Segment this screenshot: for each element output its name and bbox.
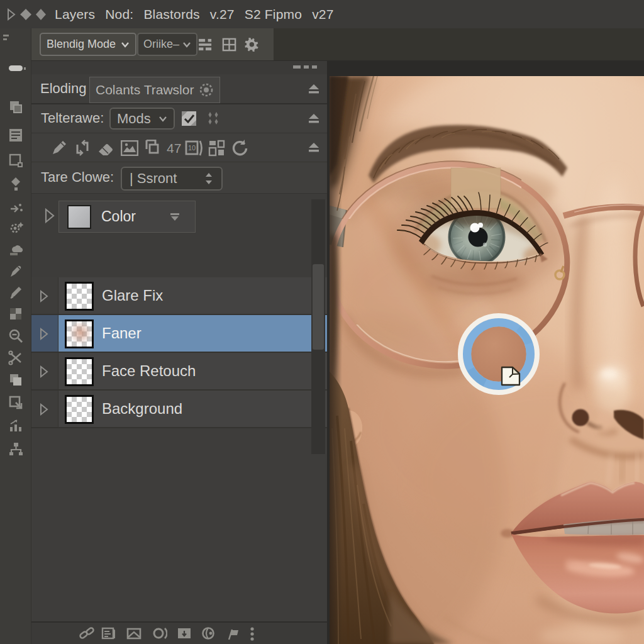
layer-thumbnail[interactable] [65, 357, 94, 386]
tree-icon[interactable] [8, 441, 25, 458]
image-icon[interactable] [121, 140, 138, 156]
menu-item-v27b[interactable]: v27 [312, 7, 333, 22]
frame-icon[interactable] [8, 153, 25, 169]
mail-icon[interactable] [126, 626, 142, 643]
bracket-square-icon[interactable]: 10 [185, 140, 204, 157]
chevron-down-icon[interactable] [169, 213, 181, 221]
diamond-icon[interactable] [19, 8, 33, 21]
chart-up-icon[interactable] [8, 418, 25, 435]
refresh-icon[interactable] [231, 139, 248, 157]
copy-layers-icon [8, 99, 23, 114]
tab-eloding[interactable]: Eloding [40, 80, 86, 97]
grid-cells-icon[interactable] [208, 140, 225, 157]
panel-row-tools: 47 10 [31, 133, 327, 162]
tree-icon [8, 441, 23, 457]
brush-bar-icon[interactable] [8, 60, 25, 77]
disclosure-triangle-icon[interactable] [39, 402, 49, 416]
tab-colants-trawslor[interactable]: Colants Trawslor [89, 77, 220, 103]
collapse-icon[interactable] [307, 83, 321, 96]
frame-icon [8, 153, 23, 168]
headset-icon[interactable] [201, 626, 216, 643]
text-lines-icon[interactable] [8, 128, 25, 144]
rotate-square-icon[interactable] [74, 140, 91, 156]
scrollbar-thumb[interactable] [313, 264, 324, 350]
collapse-icon[interactable] [307, 113, 321, 125]
collapse-icon[interactable] [307, 142, 321, 154]
gear-spark-icon[interactable] [8, 220, 25, 236]
copy-layers-icon[interactable] [8, 99, 25, 116]
gear-icon[interactable] [245, 37, 259, 52]
stack-squares-icon [8, 372, 23, 387]
layer-row-faner[interactable]: Faner [31, 315, 327, 353]
pencil-icon[interactable] [51, 140, 67, 156]
kebab-icon[interactable] [249, 626, 255, 643]
headset-icon [201, 626, 216, 641]
copies-icon[interactable] [144, 140, 161, 157]
color-adjustment-item[interactable]: Color [58, 201, 196, 233]
disclosure-triangle-icon[interactable] [39, 327, 49, 341]
disclosure-triangle-icon[interactable] [44, 208, 55, 224]
preset-dropdown[interactable]: Oriike– [137, 33, 197, 56]
disclosure-triangle-icon[interactable] [39, 289, 49, 303]
layers-list: Glare FixFanerFace RetouchBackground [31, 277, 327, 494]
layer-thumbnail[interactable] [65, 319, 94, 348]
arrow-dots-icon[interactable] [8, 200, 25, 216]
telterawe-label: Telterawe: [41, 110, 104, 126]
menu-item-layers[interactable]: Layers [55, 7, 95, 22]
checkbox-icon[interactable] [181, 110, 197, 127]
panel-header-strip [31, 61, 327, 74]
file-text-icon[interactable] [101, 626, 116, 643]
scrollbar-track[interactable] [311, 199, 325, 454]
blending-mode-button[interactable]: Blendig Mode [40, 33, 136, 56]
zoom-out-icon [8, 328, 23, 343]
layer-row-face-retouch[interactable]: Face Retouch [31, 353, 327, 391]
disclosure-triangle-icon[interactable] [39, 365, 49, 379]
handle-lines-icon[interactable] [2, 33, 18, 49]
play-icon[interactable] [6, 8, 17, 21]
color-swatch[interactable] [67, 205, 91, 229]
layer-gutter [31, 353, 58, 389]
export-square-icon [8, 395, 23, 410]
circle-paren-icon [152, 626, 167, 641]
layer-name: Faner [102, 325, 142, 342]
scissors-icon[interactable] [8, 350, 25, 367]
healing-brush-cursor [460, 316, 537, 392]
ssront-dropdown-value: | Ssront [130, 170, 177, 187]
crop-fill-icon[interactable] [8, 306, 25, 323]
flag-icon [226, 626, 241, 641]
layer-thumbnail[interactable] [65, 282, 94, 311]
link-icon[interactable] [79, 626, 94, 643]
stack-squares-icon[interactable] [8, 372, 25, 389]
node-diamond-icon[interactable] [8, 176, 25, 192]
cloud-layers-icon[interactable] [8, 241, 25, 257]
color-label: Color [101, 208, 136, 225]
flag-icon[interactable] [226, 626, 241, 643]
tools-sidebar [0, 28, 31, 644]
zoom-out-icon[interactable] [8, 328, 25, 345]
sliders-icon[interactable] [198, 38, 213, 51]
grid-icon[interactable] [222, 38, 236, 52]
layer-thumbnail[interactable] [65, 395, 94, 424]
eyedropper-icon[interactable] [8, 263, 25, 279]
scissors-icon [8, 350, 23, 365]
image-canvas[interactable] [327, 61, 644, 644]
layer-name: Glare Fix [102, 287, 163, 304]
circle-paren-icon[interactable] [152, 626, 167, 643]
sparkle-icon[interactable] [206, 111, 221, 126]
menu-item-s2fipmo[interactable]: S2 Fipmo [245, 7, 302, 22]
link-icon [79, 626, 94, 641]
pen-icon[interactable] [8, 284, 25, 301]
mods-dropdown[interactable]: Mods [109, 108, 175, 130]
panel-menu-icon[interactable] [293, 65, 318, 70]
box-arrow-icon[interactable] [177, 626, 192, 643]
layer-row-glare-fix[interactable]: Glare Fix [31, 277, 327, 315]
eraser-icon[interactable] [97, 141, 115, 156]
export-square-icon[interactable] [8, 395, 25, 411]
layer-row-background[interactable]: Background [31, 391, 327, 428]
menu-item-blastords[interactable]: Blastords [143, 7, 199, 22]
ssront-dropdown[interactable]: | Ssront [121, 167, 223, 191]
menu-item-v27[interactable]: v.27 [210, 7, 235, 22]
box-arrow-icon [177, 626, 192, 641]
menu-item-nod[interactable]: Nod: [105, 7, 133, 22]
diamond-icon[interactable] [35, 8, 47, 21]
